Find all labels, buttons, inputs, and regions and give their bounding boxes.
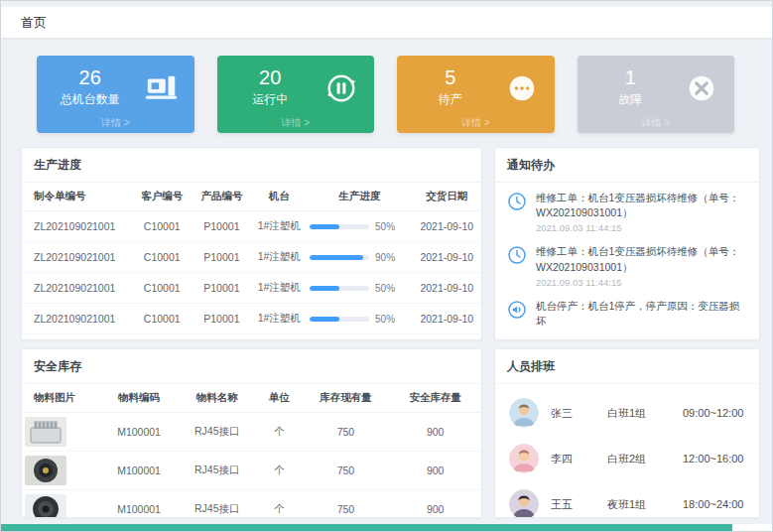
production-progress-panel: 生产进度 制令单编号 客户编号 产品编号 机台 生产进度 交货日期 ZL2021… [21, 147, 482, 340]
col-order: 制令单编号 [22, 183, 132, 211]
speaker-photo [25, 494, 66, 518]
cell-safety: 900 [389, 452, 481, 490]
table-header-row: 物料图片 物料编码 物料名称 单位 库存现有量 安全库存量 [22, 384, 481, 413]
cell-order: ZL202109021001 [22, 242, 132, 273]
cell-date: 2021-09-10 [413, 211, 481, 242]
cell-order: ZL202109021001 [22, 211, 132, 242]
cell-date: 2021-09-10 [413, 304, 481, 334]
panel-title-staffing: 人员排班 [495, 349, 759, 384]
col-stock: 库存现有量 [302, 384, 389, 413]
cell-unit: 个 [256, 490, 302, 519]
col-date: 交货日期 [413, 183, 481, 211]
progress-label: 50% [375, 283, 395, 294]
cell-date: 2021-09-10 [413, 273, 481, 304]
card-value: 1 [589, 66, 672, 88]
staff-name: 张三 [551, 406, 595, 421]
col-unit: 单位 [256, 384, 302, 413]
col-customer: 客户编号 [132, 183, 192, 211]
progress-label: 50% [375, 221, 395, 232]
stat-card-running[interactable]: 20 运行中 详情 > [217, 56, 375, 133]
panel-title-production: 生产进度 [22, 148, 481, 183]
card-detail-link[interactable]: 详情 > [578, 116, 735, 130]
cell-safety: 900 [389, 413, 481, 452]
notification-body: 维修工单：机台1变压器损坏待维修（单号：WX202109031001） 2021… [536, 244, 747, 287]
notification-body: 机台停产：机台1停产，停产原因：变压器损坏 [536, 299, 747, 329]
card-detail-link[interactable]: 详情 > [397, 116, 555, 130]
staff-name: 李四 [551, 452, 595, 466]
table-row: ZL202109021001 C10001 P10001 1#注塑机 50% 2… [22, 304, 481, 334]
card-text: 1 故障 [589, 66, 672, 108]
staff-row: 李四 白班2组 12:00~16:00 [495, 436, 759, 481]
table-header-row: 制令单编号 客户编号 产品编号 机台 生产进度 交货日期 [22, 183, 481, 211]
cell-progress: 50% [307, 211, 412, 242]
cell-order: ZL202109021001 [22, 304, 132, 334]
progress-label: 90% [375, 252, 395, 263]
cell-code: M100001 [100, 413, 179, 452]
notification-item[interactable]: 机台停产：机台1停产，停产原因：变压器损坏 [507, 299, 747, 329]
rj45-photo [25, 417, 66, 447]
notification-item[interactable]: 维修工单：机台1变压器损坏待维修（单号：WX202109031001） 2021… [507, 244, 747, 287]
card-detail-link[interactable]: 详情 > [37, 116, 194, 130]
card-detail-link[interactable]: 详情 > [217, 116, 375, 130]
clock-icon [507, 192, 527, 211]
progress-bar [310, 255, 369, 260]
cell-machine: 1#注塑机 [251, 304, 307, 334]
card-text: 20 运行中 [229, 66, 312, 108]
cell-product: P10001 [192, 273, 251, 304]
notification-item[interactable]: 维修工单：机台1变压器损坏待维修（单号：WX202109031001） 2021… [507, 191, 747, 233]
table-row: M100001 RJ45接口 个 750 900 [22, 452, 481, 490]
cell-machine: 1#注塑机 [251, 242, 307, 273]
cell-image [22, 413, 100, 452]
col-machine: 机台 [251, 183, 307, 211]
cell-customer: C10001 [132, 334, 192, 341]
bottom-strip [1, 524, 772, 531]
card-label: 故障 [589, 91, 672, 108]
cell-product: P10001 [192, 242, 251, 273]
machine-icon [145, 71, 179, 105]
staff-row: 王五 夜班1组 18:00~24:00 [495, 481, 759, 518]
cell-product: P10001 [192, 211, 251, 242]
progress-bar [310, 317, 369, 322]
cell-customer: C10001 [132, 304, 192, 334]
staff-shift: 白班2组 [607, 452, 671, 466]
notification-item[interactable]: 计划暂停：机台1生产计划已暂停 2021.09.03 11:44:15 [507, 339, 747, 340]
avatar [509, 444, 539, 473]
running-icon [324, 71, 358, 105]
cell-order: ZL202109021001 [22, 273, 132, 304]
notification-body: 维修工单：机台1变压器损坏待维修（单号：WX202109031001） 2021… [536, 191, 747, 233]
cell-name: RJ45接口 [178, 452, 256, 490]
stat-card-fault[interactable]: 1 故障 详情 > [578, 56, 735, 133]
cell-order: ZL202109021001 [22, 334, 132, 341]
notification-text: 计划暂停：机台1生产计划已暂停 [536, 339, 688, 340]
cell-image [22, 452, 100, 490]
table-row: ZL202109021001 C10001 P10001 1#注塑机 50% 2… [22, 334, 481, 341]
cell-machine: 1#注塑机 [251, 273, 307, 304]
card-value: 5 [409, 66, 491, 88]
cell-customer: C10001 [132, 242, 192, 273]
notification-text: 机台停产：机台1停产，停产原因：变压器损坏 [536, 299, 747, 329]
card-text: 26 总机台数量 [49, 66, 131, 108]
table-row: ZL202109021001 C10001 P10001 1#注塑机 50% 2… [22, 211, 481, 242]
staff-time: 09:00~12:00 [683, 407, 743, 419]
tab-home[interactable]: 首页 [21, 14, 47, 32]
cell-product: P10001 [192, 334, 251, 341]
card-label: 待产 [409, 91, 491, 108]
waiting-icon [505, 71, 539, 105]
cell-stock: 750 [302, 490, 389, 519]
cell-date: 2021-09-10 [413, 242, 481, 273]
cell-unit: 个 [256, 413, 302, 452]
stat-card-total-machines[interactable]: 26 总机台数量 详情 > [37, 56, 194, 133]
cell-name: RJ45接口 [178, 490, 256, 519]
panel-title-inventory: 安全库存 [22, 349, 481, 384]
cell-stock: 750 [302, 413, 389, 452]
table-row: ZL202109021001 C10001 P10001 1#注塑机 50% 2… [22, 273, 481, 304]
speaker-icon [507, 300, 527, 320]
inventory-table: 物料图片 物料编码 物料名称 单位 库存现有量 安全库存量 M100001 [22, 384, 481, 518]
cell-progress: 50% [307, 304, 412, 334]
clock-icon [507, 245, 527, 265]
avatar [509, 489, 539, 518]
card-label: 总机台数量 [49, 91, 131, 108]
notification-time: 2021.09.03 11:44:15 [536, 222, 747, 233]
cell-unit: 个 [256, 452, 302, 490]
stat-card-waiting[interactable]: 5 待产 详情 > [397, 56, 555, 133]
